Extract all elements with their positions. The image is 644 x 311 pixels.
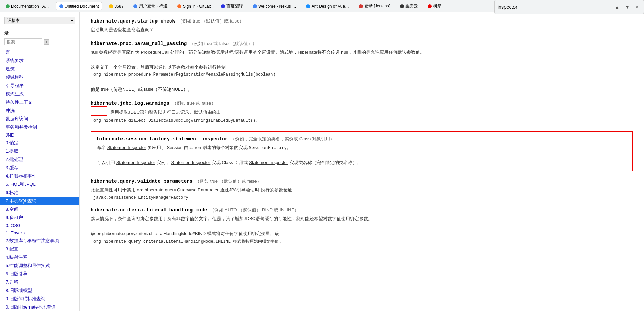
sidebar-item-context[interactable]: 持久性上下文 xyxy=(0,98,79,106)
inspector-close-button[interactable]: ✕ xyxy=(634,3,641,10)
sidebar-item-hql[interactable]: 5. HQL和JPQL xyxy=(0,180,79,189)
prop-title-param-null: hibernate.proc.param_null_passing（例如 tru… xyxy=(91,41,633,47)
sidebar-item-db-access[interactable]: 数据库访问 xyxy=(0,115,79,123)
prop-title-literal-mode: hibernate.criteria.literal_handling_mode… xyxy=(91,207,633,213)
inspector-search-input[interactable] xyxy=(498,4,610,10)
sidebar-item-tx[interactable]: 事务和并发控制 xyxy=(0,123,79,131)
sidebar-item-config[interactable]: 3.配置 xyxy=(0,245,79,253)
prop-desc-literal-mode-0: 默认情况下，条件查询将绑定参数用于所有非数字值的文字。但是，为了增加JDBC语句… xyxy=(91,215,633,223)
prop-desc-param-null-2: 这定义了一个全局设置，然后可以通过以下参数对每个参数进行控制 xyxy=(91,64,633,71)
marker-row-jdbc-log: 启用提取JDBC语句警告以进行日志记录。默认值由给出 xyxy=(91,106,633,116)
main-layout: 译版本 录 ± 言系统要求建筑领域模型引导程序模式生成持久性上下文冲洗数据库访问… xyxy=(0,12,644,311)
sidebar-item-osgi[interactable]: 0. OSGi xyxy=(0,222,79,229)
browser-tab-ant-design[interactable]: Ant Design of Vue… xyxy=(303,2,352,10)
prop-block-literal-mode: hibernate.criteria.literal_handling_mode… xyxy=(91,207,633,245)
prop-block-validate-params: hibernate.query.validate_parameters（例如 t… xyxy=(91,178,633,200)
browser-tab-doc-a[interactable]: Documentation | A… xyxy=(3,2,52,10)
sidebar-search-input[interactable] xyxy=(4,38,42,45)
sidebar-item-native-sql[interactable]: 7.本机SQL查询 xyxy=(0,197,79,205)
prop-desc-literal-mode-2: 该 org.hibernate.query.criteria.LiteralHa… xyxy=(91,230,633,237)
sidebar-item-schema[interactable]: 模式生成 xyxy=(0,90,79,98)
sidebar-item-lock[interactable]: 0.锁定 xyxy=(0,139,79,147)
sidebar-item-perf[interactable]: 5.性能调整和最佳实践 xyxy=(0,261,79,270)
prop-code-param-null-3: org.hibernate.procedure.ParameterRegistr… xyxy=(93,72,633,77)
prop-code-validate-params-1: javax.persistence.EntityManagerFactory xyxy=(93,195,633,200)
prop-desc-param-null-0: null 参数绑定是否应作为 ProcedureCall 处理的一部分传递给数据… xyxy=(91,49,633,56)
sidebar-item-jndi[interactable]: JNDI xyxy=(0,131,79,139)
sidebar-item-sys-req[interactable]: 系统要求 xyxy=(0,57,79,65)
browser-tab-gitlab[interactable]: Sign in · GitLab xyxy=(175,2,214,10)
prop-desc-validate-params-0: 此配置属性可用于禁用 org.hibernate.query.Query#set… xyxy=(91,187,633,194)
prop-desc-param-null-5: 值是 true（传递NULL）或 false（不传递NULL）。 xyxy=(91,86,633,93)
inspector-down-button[interactable]: ▼ xyxy=(624,3,631,10)
browser-tab-xinyun[interactable]: 鑫安云 xyxy=(397,2,421,10)
prop-title-jdbc-log: hibernate.jdbc.log.warnings（例如 true 或 fa… xyxy=(91,100,633,106)
sidebar-version-selector: 译版本 xyxy=(0,15,79,26)
sidebar-item-intro[interactable]: 言 xyxy=(0,48,79,57)
sidebar-item-multitenancy[interactable]: 9.多租户 xyxy=(0,214,79,222)
sidebar-item-domain[interactable]: 领域模型 xyxy=(0,73,79,81)
sidebar-item-interceptor[interactable]: 4.拦截器和事件 xyxy=(0,172,79,180)
version-select[interactable]: 译版本 xyxy=(4,17,75,24)
sidebar-item-legacy-rest[interactable]: 9.旧版休眠标准查询 xyxy=(0,295,79,303)
browser-tab-nexus[interactable]: Welcome - Nexus … xyxy=(250,2,299,10)
sidebar-item-migrate[interactable]: 7.迁移 xyxy=(0,278,79,286)
prop-desc-code-jdbc-log: org.hibernate.dialect.Dialect#isJdbcLogW… xyxy=(93,118,633,124)
sidebar-search-row: ± xyxy=(0,37,79,47)
sidebar-item-envers[interactable]: 1. Envers xyxy=(0,229,79,236)
prop-desc-session-inspector: 命名 StatementInspector 要应用于 Session 由curr… xyxy=(97,144,627,152)
sidebar-item-mapping[interactable]: 4.映射注释 xyxy=(0,253,79,261)
sidebar: 译版本 录 ± 言系统要求建筑领域模型引导程序模式生成持久性上下文冲洗数据库访问… xyxy=(0,12,80,311)
browser-tab-3587[interactable]: 3587 xyxy=(106,2,127,10)
prop-desc-first-jdbc-log: 启用提取JDBC语句警告以进行日志记录。默认值由给出 xyxy=(110,109,221,116)
prop-title-startup-check: hibernate.query.startup_check（例如 true （默… xyxy=(91,18,633,24)
sidebar-item-batch[interactable]: 2.批处理 xyxy=(0,155,79,164)
sidebar-item-flush[interactable]: 冲洗 xyxy=(0,106,79,115)
inspector-up-button[interactable]: ▲ xyxy=(613,3,621,10)
content-area: hibernate.query.startup_check（例如 true （默… xyxy=(80,12,644,311)
prop-title-validate-params: hibernate.query.validate_parameters（例如 t… xyxy=(91,178,633,184)
sidebar-item-cache[interactable]: 3.缓存 xyxy=(0,164,79,172)
browser-tab-tree[interactable]: 树形 xyxy=(425,2,444,10)
sidebar-item-legacy-native[interactable]: 0.旧版Hibernate本地查询 xyxy=(0,303,79,311)
sidebar-item-fetch[interactable]: 1.提取 xyxy=(0,147,79,155)
prop-code-literal-mode-3: org.hibernate.query.criteria.LiteralHand… xyxy=(93,239,633,244)
prop-block-param-null: hibernate.proc.param_null_passing（例如 tru… xyxy=(91,41,633,93)
prop-desc-startup-check: 启动期间是否应检查命名查询？ xyxy=(91,26,633,34)
sidebar-item-criteria[interactable]: 6.标准 xyxy=(0,189,79,197)
browser-tab-jenkins[interactable]: 登录 [Jenkins] xyxy=(356,2,393,10)
red-marker-jdbc-log xyxy=(91,106,107,116)
prop-block-jdbc-log: hibernate.jdbc.log.warnings（例如 true 或 fa… xyxy=(91,100,633,124)
sidebar-search-button[interactable]: ± xyxy=(44,39,49,45)
sidebar-item-portability[interactable]: 2.数据库可移植性注意事项 xyxy=(0,236,79,245)
sidebar-item-spatial[interactable]: 8.空间 xyxy=(0,205,79,214)
inspector-bar: ▲ ▼ ✕ xyxy=(494,0,644,14)
browser-tab-baidu[interactable]: 百度翻译 xyxy=(218,2,246,10)
sidebar-item-legacy-domain[interactable]: 8.旧版域模型 xyxy=(0,286,79,295)
sidebar-section-title: 录 xyxy=(0,29,79,37)
highlighted-block-session-inspector: hibernate.session_factory.statement_insp… xyxy=(91,131,633,171)
prop-desc-session-inspector: 可以引用 StatementInspector 实例， StatementIns… xyxy=(97,159,627,166)
sidebar-item-legacy-boot[interactable]: 6.旧版引导 xyxy=(0,270,79,278)
sidebar-item-arch[interactable]: 建筑 xyxy=(0,65,79,73)
prop-title-session-inspector: hibernate.session_factory.statement_insp… xyxy=(97,136,627,142)
sidebar-item-bootstrap[interactable]: 引导程序 xyxy=(0,81,79,90)
browser-tab-user-login[interactable]: 用户登录 - 禅道 xyxy=(131,2,170,10)
prop-block-startup-check: hibernate.query.startup_check（例如 true （默… xyxy=(91,18,633,34)
browser-tab-untitled[interactable]: Untitled Document xyxy=(56,2,102,10)
